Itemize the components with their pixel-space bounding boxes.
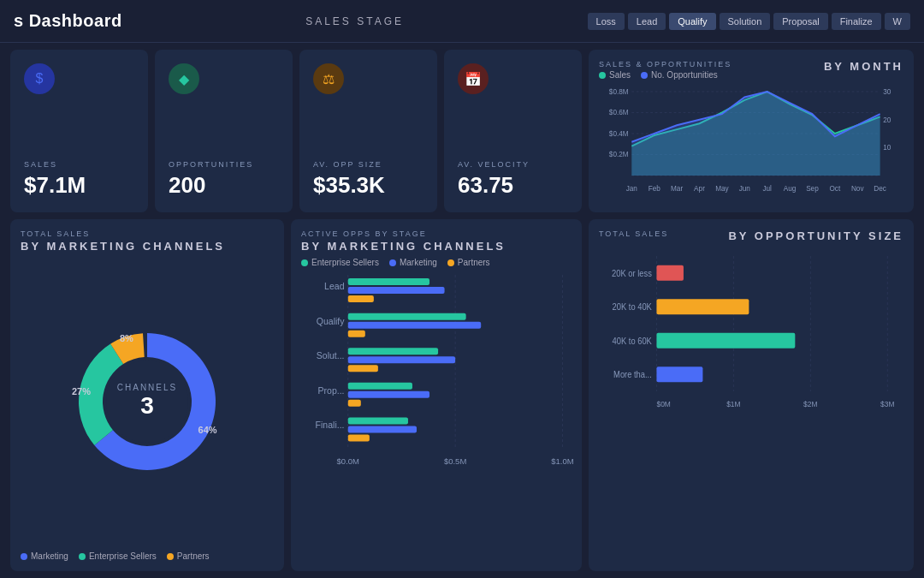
svg-text:Sep: Sep [806, 184, 819, 193]
bar-legend: Enterprise SellersMarketingPartners [301, 258, 572, 267]
page-title: s Dashboard [14, 11, 122, 31]
header: s Dashboard SALES STAGE LossLeadQualifyS… [0, 0, 924, 43]
svg-text:$0.8M: $0.8M [609, 87, 629, 96]
svg-text:Jan: Jan [626, 184, 637, 193]
kpi-label-1: OPPORTUNITIES [169, 160, 279, 169]
legend-item: No. Opportunities [641, 70, 718, 80]
donut-legend-label: Marketing [31, 551, 68, 561]
svg-text:10: 10 [883, 143, 891, 152]
legend-label: Sales [609, 70, 631, 80]
svg-text:Prop...: Prop... [318, 386, 345, 396]
svg-text:8%: 8% [120, 332, 133, 343]
stage-btn-qualify[interactable]: Qualify [669, 13, 715, 30]
svg-text:$1M: $1M [726, 400, 740, 408]
sales-opp-title-big: BY MONTH [824, 60, 903, 73]
svg-text:Apr: Apr [694, 184, 705, 193]
opp-size-title-big: BY OPPORTUNITY SIZE [728, 229, 903, 242]
svg-text:May: May [715, 184, 729, 193]
svg-text:Solut...: Solut... [317, 351, 345, 361]
svg-text:$1.0M: $1.0M [551, 457, 573, 466]
legend-item: Sales [599, 70, 631, 80]
stage-btn-lead[interactable]: Lead [628, 13, 666, 30]
donut-legend-label: Partners [177, 551, 210, 561]
donut-legend-dot [79, 553, 86, 560]
kpi-card-0: $ SALES $7.1M [10, 50, 148, 212]
svg-text:Feb: Feb [649, 184, 660, 193]
bar-legend-dot [301, 259, 308, 266]
svg-text:More tha...: More tha... [613, 370, 652, 379]
svg-text:Nov: Nov [851, 184, 864, 193]
kpi-label-0: SALES [24, 160, 134, 169]
bar-legend-label: Enterprise Sellers [311, 258, 379, 267]
bar-Finali...-2 [348, 434, 370, 441]
legend-dot [599, 72, 606, 79]
kpi-icon-1: ◆ [169, 63, 199, 94]
kpi-card-1: ◆ OPPORTUNITIES 200 [155, 50, 293, 212]
main-grid: $ SALES $7.1M ◆ OPPORTUNITIES 200 ⚖ AV. … [0, 43, 924, 578]
svg-text:Dec: Dec [874, 184, 886, 193]
opp-size-title-small: TOTAL SALES [599, 229, 668, 238]
svg-text:Oct: Oct [829, 184, 840, 193]
bar-Prop...-1 [348, 391, 429, 398]
donut-legend-item: Marketing [21, 551, 68, 561]
opp-size-svg: $0M$1M$2M$3M20K or less20K to 40K40K to … [599, 247, 903, 410]
bar-Lead-1 [348, 287, 445, 294]
svg-text:$0.6M: $0.6M [609, 108, 629, 116]
donut-legend-label: Enterprise Sellers [89, 551, 157, 561]
bar-legend-dot [389, 259, 396, 266]
stage-btn-proposal[interactable]: Proposal [773, 13, 827, 30]
donut-title-small: TOTAL SALES [21, 229, 274, 238]
kpi-label-2: AV. OPP SIZE [313, 160, 424, 169]
svg-text:20K to 40K: 20K to 40K [613, 302, 653, 312]
svg-text:$0.0M: $0.0M [337, 457, 359, 466]
svg-text:Jun: Jun [739, 184, 750, 193]
svg-text:$0.4M: $0.4M [609, 129, 629, 138]
stage-btn-solution[interactable]: Solution [720, 13, 771, 30]
svg-text:Aug: Aug [784, 184, 797, 193]
svg-text:Mar: Mar [671, 184, 683, 193]
bar-Prop...-0 [348, 383, 412, 390]
kpi-icon-0: $ [24, 63, 55, 94]
bar-Solut...-1 [348, 356, 455, 363]
donut-center-title: CHANNELS [117, 383, 177, 392]
donut-center-label: CHANNELS 3 [117, 383, 177, 420]
bar-Lead-0 [348, 278, 429, 285]
bar-legend-item: Marketing [389, 258, 437, 267]
sales-opp-title-small: SALES & OPPORTUNITIES [599, 60, 732, 69]
svg-text:27%: 27% [72, 385, 91, 396]
kpi-label-3: AV. VELOCITY [458, 160, 568, 169]
bar-title-small: ACTIVE OPPS BY STAGE [301, 229, 572, 238]
bar-legend-item: Enterprise Sellers [301, 258, 379, 267]
kpi-icon-3: 📅 [458, 63, 489, 94]
bar-Qualify-1 [348, 322, 481, 329]
stage-btn-finalize[interactable]: Finalize [832, 13, 881, 30]
donut-legend-item: Partners [167, 551, 210, 561]
donut-legend-dot [167, 553, 174, 560]
bar-svg: $0.0M$0.5M$1.0MLeadQualifySolut...Prop..… [301, 271, 572, 468]
bar-Solut...-2 [348, 365, 378, 372]
opp-bar-0 [656, 265, 683, 281]
kpi-value-1: 200 [169, 172, 279, 199]
bar-Solut...-0 [348, 348, 438, 355]
svg-text:30: 30 [883, 87, 891, 96]
donut-legend: MarketingEnterprise SellersPartners [21, 551, 274, 561]
svg-text:Jul: Jul [762, 184, 772, 193]
right-bottom: TOTAL SALES BY OPPORTUNITY SIZE $0M$1M$2… [589, 219, 914, 571]
stage-btn-loss[interactable]: Loss [588, 13, 625, 30]
svg-text:$0.5M: $0.5M [444, 457, 466, 466]
svg-text:40K to 60K: 40K to 60K [613, 336, 653, 345]
bar-Finali...-0 [348, 417, 408, 424]
opp-size-chart: TOTAL SALES BY OPPORTUNITY SIZE $0M$1M$2… [589, 219, 914, 571]
bar-Qualify-2 [348, 331, 365, 337]
kpi-row: $ SALES $7.1M ◆ OPPORTUNITIES 200 ⚖ AV. … [10, 50, 582, 212]
svg-text:20: 20 [883, 115, 891, 123]
svg-text:$2M: $2M [803, 400, 817, 408]
svg-text:$0.2M: $0.2M [609, 150, 629, 158]
kpi-value-2: $35.3K [313, 172, 424, 199]
kpi-card-3: 📅 AV. VELOCITY 63.75 [444, 50, 582, 212]
donut-container: 64%27%8% CHANNELS 3 [21, 258, 274, 545]
stage-buttons: LossLeadQualifySolutionProposalFinalizeW [588, 13, 910, 30]
svg-text:$0M: $0M [656, 400, 670, 408]
stage-btn-w[interactable]: W [885, 13, 910, 30]
sales-opp-svg: $0.2M$0.4M$0.6M$0.8M102030JanFebMarAprMa… [599, 83, 903, 194]
